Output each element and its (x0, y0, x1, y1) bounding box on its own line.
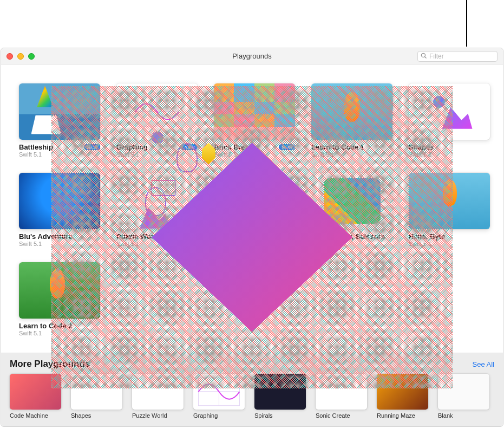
search-icon (421, 51, 429, 61)
more-playground-title: Sonic Create (316, 412, 367, 419)
filter-input[interactable] (429, 53, 494, 60)
more-playground-title: Running Maze (377, 412, 428, 419)
more-playgrounds-section: More Playgrounds See All Code Machine Sh… (1, 353, 503, 426)
content-area: Battleship NEW Swift 5.1 Graphing NEW Sw… (1, 64, 503, 426)
more-playground-title: Code Machine (10, 412, 61, 419)
close-button[interactable] (6, 53, 13, 60)
playgrounds-window: Playgrounds Battleship NEW Swift 5.1 Gra… (1, 48, 503, 427)
playground-title: Battleship (19, 143, 53, 151)
minimize-button[interactable] (17, 53, 24, 60)
callout-line (466, 0, 467, 47)
more-playground-thumbnail (254, 374, 306, 410)
filter-search[interactable] (417, 51, 498, 62)
traffic-lights (6, 53, 35, 60)
more-playground-title: Graphing (193, 412, 245, 419)
more-playground-title: Blank (438, 412, 489, 419)
more-playground-title: Shapes (71, 412, 122, 419)
titlebar: Playgrounds (1, 48, 503, 64)
more-playground-title: Spirals (254, 412, 306, 419)
fullscreen-button[interactable] (28, 53, 35, 60)
more-playground-title: Puzzle World (132, 412, 184, 419)
see-all-link[interactable]: See All (473, 360, 494, 368)
more-playground-card[interactable]: Spirals (254, 374, 306, 419)
